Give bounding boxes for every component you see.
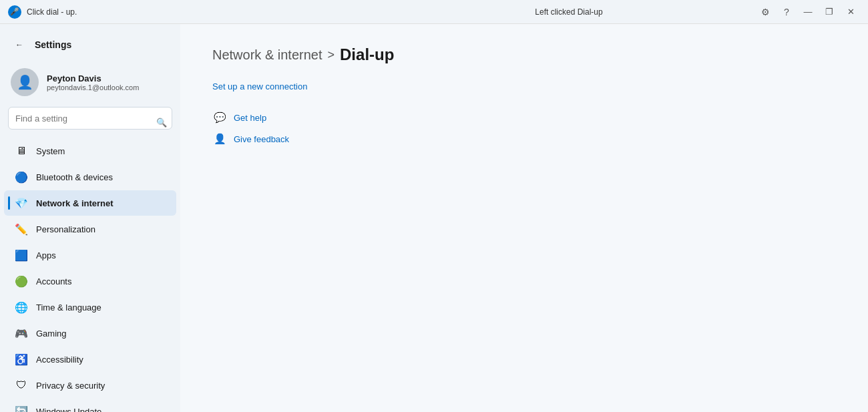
get-help-label[interactable]: Get help: [234, 113, 266, 123]
settings-title: Settings: [35, 39, 71, 50]
sidebar-item-label-bluetooth: Bluetooth & devices: [36, 172, 113, 182]
network-icon: 💎: [15, 196, 28, 210]
help-section: 💬Get help👤Give feedback: [212, 110, 836, 146]
privacy-icon: 🛡: [15, 379, 28, 392]
accounts-icon: 🟢: [15, 274, 28, 288]
personalization-icon: ✏️: [15, 222, 28, 236]
sidebar-item-label-gaming: Gaming: [36, 329, 67, 339]
search-icon: 🔍: [156, 118, 167, 128]
content-area: Network & internet > Dial-up Set up a ne…: [180, 24, 868, 412]
breadcrumb: Network & internet > Dial-up: [212, 45, 836, 64]
sidebar-item-label-time: Time & language: [36, 302, 101, 313]
sidebar-item-gaming[interactable]: 🎮Gaming: [4, 321, 176, 346]
user-email: peytondavis.1@outlook.com: [47, 83, 139, 91]
apps-icon: 🟦: [15, 248, 28, 262]
give-feedback-icon: 👤: [212, 132, 227, 146]
nav-list: 🖥System🔵Bluetooth & devices💎Network & in…: [0, 138, 180, 412]
update-icon: 🔄: [15, 405, 28, 412]
sidebar-item-label-apps: Apps: [36, 250, 56, 260]
time-icon: 🌐: [15, 300, 28, 314]
give-feedback-label[interactable]: Give feedback: [234, 134, 289, 144]
search-container: 🔍: [0, 107, 180, 138]
search-input[interactable]: [8, 107, 172, 130]
sidebar-item-label-accessibility: Accessibility: [36, 355, 83, 365]
app-icon: 🎤: [8, 5, 21, 19]
sidebar-item-personalization[interactable]: ✏️Personalization: [4, 216, 176, 242]
titlebar-left: 🎤 Click dial - up.: [8, 5, 382, 19]
get-help-item[interactable]: 💬Get help: [212, 110, 836, 125]
sidebar-item-label-update: Windows Update: [36, 407, 101, 413]
sidebar-item-accessibility[interactable]: ♿Accessibility: [4, 347, 176, 372]
sidebar-item-time[interactable]: 🌐Time & language: [4, 294, 176, 320]
titlebar-left-title: Click dial - up.: [27, 7, 77, 17]
sidebar-item-label-privacy: Privacy & security: [36, 381, 105, 391]
sidebar-item-label-personalization: Personalization: [36, 224, 95, 234]
sidebar-item-accounts[interactable]: 🟢Accounts: [4, 268, 176, 294]
sidebar-item-bluetooth[interactable]: 🔵Bluetooth & devices: [4, 164, 176, 190]
titlebar: 🎤 Click dial - up. Left clicked Dial-up …: [0, 0, 868, 24]
avatar: 👤: [11, 68, 39, 96]
bluetooth-icon: 🔵: [15, 170, 28, 184]
give-feedback-item[interactable]: 👤Give feedback: [212, 132, 836, 146]
accessibility-icon: ♿: [15, 353, 28, 366]
main-area: ← Settings 👤 Peyton Davis peytondavis.1@…: [0, 24, 868, 412]
user-name: Peyton Davis: [47, 73, 139, 83]
sidebar-item-system[interactable]: 🖥System: [4, 138, 176, 164]
gear-icon[interactable]: ⚙: [756, 3, 775, 21]
titlebar-controls: ⚙ ? — ❐ ✕: [756, 3, 860, 21]
breadcrumb-current: Dial-up: [340, 45, 394, 64]
sidebar-item-apps[interactable]: 🟦Apps: [4, 242, 176, 268]
minimize-button[interactable]: —: [799, 3, 817, 21]
sidebar-item-label-network: Network & internet: [36, 198, 114, 208]
sidebar-item-update[interactable]: 🔄Windows Update: [4, 399, 176, 412]
gaming-icon: 🎮: [15, 327, 28, 340]
titlebar-center-title: Left clicked Dial-up: [382, 7, 756, 17]
sidebar-header: ← Settings: [0, 32, 180, 63]
breadcrumb-parent[interactable]: Network & internet: [212, 47, 322, 63]
sidebar-item-network[interactable]: 💎Network & internet: [4, 190, 176, 216]
setup-link[interactable]: Set up a new connection: [212, 81, 307, 91]
help-icon[interactable]: ?: [777, 3, 796, 21]
breadcrumb-separator: >: [328, 48, 335, 62]
sidebar-item-privacy[interactable]: 🛡Privacy & security: [4, 373, 176, 398]
user-profile[interactable]: 👤 Peyton Davis peytondavis.1@outlook.com: [0, 63, 180, 107]
sidebar: ← Settings 👤 Peyton Davis peytondavis.1@…: [0, 24, 180, 412]
back-button[interactable]: ←: [11, 36, 28, 53]
get-help-icon: 💬: [212, 110, 227, 125]
sidebar-item-label-system: System: [36, 146, 65, 156]
system-icon: 🖥: [15, 144, 28, 158]
sidebar-item-label-accounts: Accounts: [36, 276, 71, 286]
close-button[interactable]: ✕: [841, 3, 860, 21]
restore-button[interactable]: ❐: [820, 3, 839, 21]
user-info: Peyton Davis peytondavis.1@outlook.com: [47, 73, 139, 91]
